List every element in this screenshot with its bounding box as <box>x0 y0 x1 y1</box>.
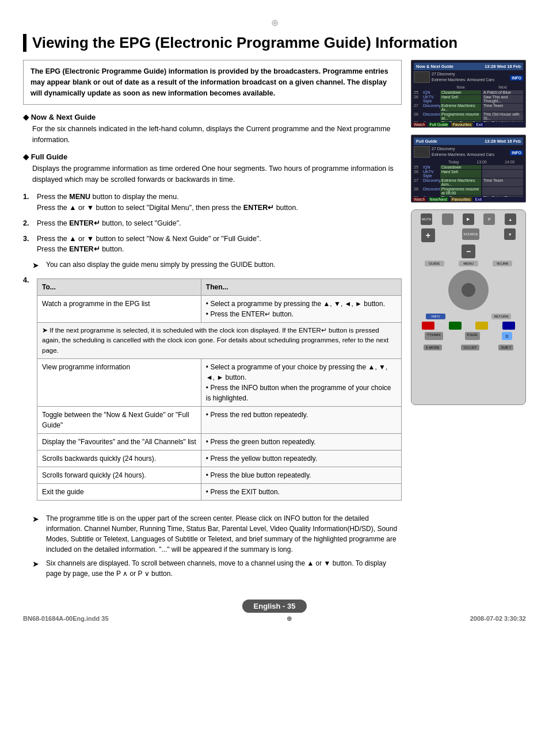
epg-header-row-2: Today 13:00 14:00 <box>414 160 523 164</box>
bullet-now-next: Now & Next Guide For the six channels in… <box>23 113 402 146</box>
epg-col-today: Today <box>440 160 467 164</box>
remote-info-row: INFO RETURN <box>411 312 525 320</box>
epg-row: 26UKTV StyleHard Sell <box>414 170 523 178</box>
arrow-note-guide: ➤ You can also display the guide menu si… <box>32 259 402 272</box>
step-1: 1. Press the MENU button to display the … <box>23 192 402 213</box>
step-1-text: Press the MENU button to display the men… <box>37 193 298 212</box>
remote-source: SOURCE <box>462 228 479 240</box>
arrow-sym-1: ➤ <box>32 259 43 272</box>
bottom-note-2: ➤ Six channels are displayed. To scroll … <box>32 558 402 579</box>
epg-screen1-title: Now & Next Guide <box>416 64 453 69</box>
left-column: The EPG (Electronic Programme Guide) inf… <box>23 60 402 582</box>
remote-psize-btn: P.SIZE <box>465 332 480 340</box>
epg-now-next-titlebar: Now & Next Guide 13:28 Wed 16 Feb <box>414 63 523 70</box>
remote-color-btns <box>411 320 525 331</box>
page: ⊕ Viewing the EPG (Electronic Programme … <box>0 0 549 756</box>
table-cell-to: Scrolls backwards quickly (24 hours). <box>37 450 201 467</box>
epg-row: 25IQNClosedownA Patch of Blue <box>414 90 523 94</box>
remote-d-btn: D <box>502 332 512 340</box>
remote-control: MUTE ▶ P ▲ + SOURCE ▼ − GUIDE <box>411 209 526 405</box>
footer-file-right: 2008-07-02 3:30:32 <box>470 615 526 623</box>
main-content: The EPG (Electronic Programme Guide) inf… <box>23 60 526 582</box>
table-cell-to: Scrolls forward quickly (24 hours). <box>37 467 201 483</box>
epg-ch-info-1: 27 Discovery <box>432 71 494 77</box>
remote-green-btn <box>449 322 462 330</box>
epg-thumb-2 <box>414 146 430 158</box>
epg-col-now: Now <box>440 85 481 89</box>
epg-btn-watch2: Watch <box>413 197 426 201</box>
remote-plus: + <box>421 228 435 242</box>
remote-spacer2 <box>487 228 497 242</box>
epg-btn-exit1: Exit <box>475 123 484 127</box>
step-3-body: Press the ▲ or ▼ button to select "Now &… <box>37 234 261 255</box>
epg-header-row-1: Now Next <box>414 85 523 89</box>
remote-top-row: MUTE ▶ P ▲ <box>411 210 525 227</box>
epg-bottombar-1: Watch Full Guide Favourites Exit <box>411 122 525 127</box>
remote-nav-enter <box>462 283 475 297</box>
table-row: Toggle between the "Now & Next Guide" or… <box>37 406 402 433</box>
table-cell-to: Display the "Favourites" and the "All Ch… <box>37 433 201 450</box>
page-title: Viewing the EPG (Electronic Programme Gu… <box>23 34 526 52</box>
step-3: 3. Press the ▲ or ▼ button to select "No… <box>23 234 402 255</box>
table-cell-then: • Press the EXIT button. <box>201 483 401 500</box>
info-badge-1: INFO <box>510 75 523 81</box>
table-row: View programme information• Select a pro… <box>37 358 402 406</box>
epg-btn-fav2: Favourites <box>451 197 472 201</box>
remote-menu-btn: MENU <box>459 261 478 266</box>
table-cell-then: • Press the red button repeatedly. <box>201 406 401 433</box>
epg-btn-fav: Favourites <box>451 123 472 127</box>
step-4-body: To... Then... Watch a programme in the E… <box>37 275 402 506</box>
remote-spacer <box>443 228 454 242</box>
footer-file-left: BN68-01684A-00Eng.indd 35 <box>23 615 109 623</box>
epg-row: 26UKTV StyleHard SellSaw This and Though… <box>414 95 523 103</box>
footer-label: English - 35 <box>254 602 296 610</box>
remote-nav-area <box>411 270 525 310</box>
crosshair-top: ⊕ <box>23 17 526 28</box>
epg-btn-watch: Watch <box>413 123 426 127</box>
remote-minus-row: − <box>411 243 525 259</box>
epg-thumb-1 <box>414 71 430 83</box>
table-cell-then: • Press the yellow button repeatedly. <box>201 450 401 467</box>
epg-screen2-time: 13:28 Wed 16 Feb <box>485 139 521 144</box>
epg-info-1: 27 Discovery Extreme Machines: Armoured … <box>432 71 494 83</box>
remote-nav-ring <box>448 270 489 310</box>
epg-row: 25IQNClosedown <box>414 165 523 169</box>
bullet-now-next-body: For the six channels indicated in the le… <box>32 124 402 146</box>
table-header-then: Then... <box>201 279 401 296</box>
bottom-notes: ➤ The programme title is on the upper pa… <box>23 513 402 579</box>
remote-p-btn: P <box>483 213 495 225</box>
epg-full-guide-titlebar: Full Guide 13:28 Wed 16 Feb <box>414 138 523 145</box>
step-3-num: 3. <box>23 234 32 255</box>
remote-emode-btn: E.MODE <box>424 345 442 350</box>
table-row: Scrolls backwards quickly (24 hours).• P… <box>37 450 402 467</box>
epg-prog-info-2: Extreme Machines: Armoured Cars <box>432 152 494 158</box>
steps: 1. Press the MENU button to display the … <box>23 192 402 506</box>
epg-info-2: 27 Discovery Extreme Machines: Armoured … <box>432 146 494 158</box>
table-cell-then: • Select a programme by pressing the ▲, … <box>201 296 401 323</box>
step-2-num: 2. <box>23 218 32 229</box>
bullet-now-next-title: Now & Next Guide <box>23 113 402 121</box>
epg-screen2-title: Full Guide <box>416 139 437 144</box>
step-3-text: Press the ▲ or ▼ button to select "Now &… <box>37 235 261 254</box>
remote-red-btn <box>422 322 434 330</box>
remote-spacer3 <box>463 314 474 319</box>
table-row: Exit the guide• Press the EXIT button. <box>37 483 402 500</box>
guide-table: To... Then... Watch a programme in the E… <box>37 278 402 501</box>
remote-minus: − <box>462 245 475 258</box>
table-row: Scrolls forward quickly (24 hours).• Pre… <box>37 467 402 483</box>
step-2-body: Press the ENTER↵ button, to select "Guid… <box>37 218 181 229</box>
step-4: 4. To... Then... Watch a programme in th… <box>23 275 402 506</box>
remote-return-btn: RETURN <box>491 314 511 319</box>
epg-col-1400: 14:00 <box>496 160 523 164</box>
bullet-full-guide: Full Guide Displays the programme inform… <box>23 152 402 185</box>
remote-bottom-btns: TTX/MIX P.SIZE D <box>411 331 525 341</box>
epg-row: 27DiscoveryExtreme Machines: Arm...Time … <box>414 178 523 186</box>
remote-arrow-down: ▼ <box>504 228 516 240</box>
epg-btn-fullguide: Full Guide <box>429 123 449 127</box>
table-cell-to: Toggle between the "Now & Next Guide" or… <box>37 406 201 433</box>
remote-plus-minus: + SOURCE ▼ <box>411 227 525 243</box>
table-cell-then: • Press the green button repeatedly. <box>201 433 401 450</box>
info-badge-2: INFO <box>510 150 523 155</box>
remote-chlist-btn: CH LIST <box>461 345 479 350</box>
remote-guide-row: GUIDE MENU W.LINK <box>411 259 525 268</box>
